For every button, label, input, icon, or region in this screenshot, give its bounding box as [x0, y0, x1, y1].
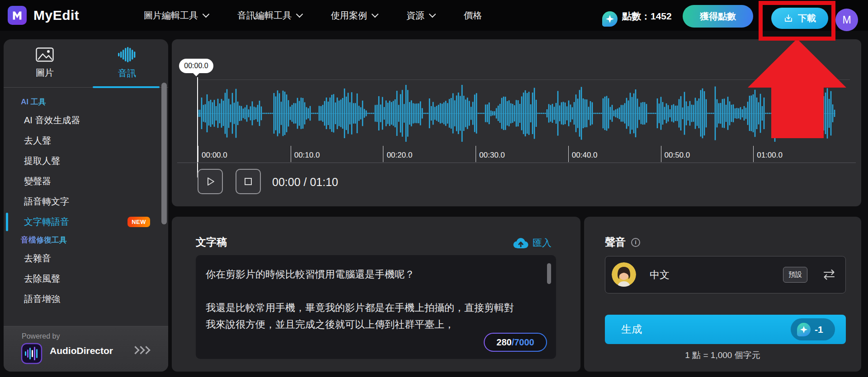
transcript-panel: 文字稿 匯入 你在剪影片的時候比較習慣用電腦還是手機呢？我還是比較常用手機，畢竟…	[172, 217, 580, 372]
sidebar-item-label: 去除風聲	[24, 273, 60, 285]
cost-value: -1	[815, 324, 823, 335]
download-button[interactable]: 下載	[771, 8, 828, 29]
timeline-tick: 00:20.0	[383, 146, 383, 162]
voice-selector[interactable]: 中文 預設	[605, 256, 846, 293]
timeline-tick: 00:40.0	[568, 146, 569, 162]
myedit-logo-icon[interactable]	[8, 6, 27, 25]
textarea-scrollbar[interactable]	[547, 263, 551, 284]
sidebar: 圖片 音訊 AI 工	[4, 39, 168, 372]
voice-avatar	[612, 262, 636, 287]
voice-panel: 聲音 i 中文 預設	[584, 217, 861, 372]
chevron-down-icon	[203, 10, 210, 18]
tab-audio[interactable]: 音訊	[86, 39, 168, 87]
red-arrow-annotation	[741, 35, 850, 141]
sidebar-item-變聲器[interactable]: 變聲器	[4, 171, 168, 191]
swap-voice-icon[interactable]	[822, 268, 836, 283]
tab-image-label: 圖片	[36, 67, 54, 79]
timeline-tick: 00:10.0	[291, 146, 291, 162]
powered-by-panel[interactable]: Powered by AudioDirector	[4, 326, 168, 372]
download-label: 下載	[798, 12, 816, 24]
transcript-text: 你在剪影片的時候比較習慣用電腦還是手機呢？我還是比較常用手機，畢竟我的影片都是在…	[206, 266, 531, 333]
time-display: 00:00 / 01:10	[272, 176, 338, 189]
sidebar-item-去雜音[interactable]: 去雜音	[4, 248, 168, 269]
sidebar-item-label: AI 音效生成器	[24, 114, 80, 126]
char-limit: /7000	[512, 337, 534, 348]
audiodirector-icon	[21, 343, 42, 366]
sidebar-item-文字轉語音[interactable]: 文字轉語音NEW	[4, 212, 168, 232]
nav-item-label: 價格	[464, 9, 482, 22]
top-navbar: MyEdit 圖片編輯工具音訊編輯工具使用案例資源價格 點數：1452 獲得點數…	[0, 0, 868, 31]
powered-by-label: Powered by	[22, 332, 60, 340]
stop-button[interactable]	[236, 169, 261, 194]
sidebar-section-header: 音檔修復工具	[4, 232, 67, 248]
main-nav: 圖片編輯工具音訊編輯工具使用案例資源價格	[144, 0, 482, 31]
tab-audio-label: 音訊	[118, 67, 136, 79]
play-icon	[204, 176, 216, 187]
sidebar-item-語音轉文字[interactable]: 語音轉文字	[4, 191, 168, 212]
active-tab-underline	[93, 86, 160, 88]
user-avatar[interactable]: M	[835, 9, 858, 31]
voice-title-row: 聲音 i	[605, 235, 640, 249]
points-coin-icon	[602, 11, 618, 27]
sidebar-scrollbar[interactable]	[161, 83, 167, 224]
sidebar-item-語音增強[interactable]: 語音增強	[4, 289, 168, 309]
sidebar-item-提取人聲[interactable]: 提取人聲	[4, 151, 168, 171]
audiodirector-label: AudioDirector	[50, 345, 113, 356]
nav-item-3[interactable]: 使用案例	[331, 9, 377, 22]
timeline-bottom-border	[177, 163, 856, 163]
pricing-note: 1 點 = 1,000 個字元	[584, 349, 861, 361]
brand-name: MyEdit	[33, 8, 79, 23]
sidebar-menu: AI 工具AI 音效生成器去人聲提取人聲變聲器語音轉文字文字轉語音NEW音檔修復…	[4, 88, 168, 309]
voice-language: 中文	[650, 256, 670, 293]
voice-title: 聲音	[605, 235, 626, 249]
sidebar-section-header: AI 工具	[4, 94, 46, 110]
timeline-tick: 00:00.0	[198, 146, 198, 162]
sidebar-item-label: 文字轉語音	[24, 216, 69, 228]
default-badge: 預設	[783, 267, 807, 283]
char-count: 280	[496, 337, 511, 348]
sidebar-item-label: 去雜音	[24, 252, 51, 265]
timeline-tick: 01:00.0	[753, 146, 754, 162]
audio-waveform-icon	[118, 47, 137, 62]
play-button[interactable]	[198, 169, 223, 194]
transcript-textarea[interactable]: 你在剪影片的時候比較習慣用電腦還是手機呢？我還是比較常用手機，畢竟我的影片都是在…	[196, 255, 556, 359]
info-icon[interactable]: i	[631, 238, 640, 247]
transcript-line: 我來說很方便，並且完成之後就可以上傳到社群平臺上，	[206, 316, 531, 333]
chevron-down-icon	[429, 10, 436, 18]
cost-badge: -1	[791, 318, 835, 340]
chevron-down-icon	[372, 10, 379, 18]
timeline-tick: 00:50.0	[661, 146, 661, 162]
triple-chevron-icon[interactable]	[133, 347, 149, 353]
sidebar-item-AI 音效生成器[interactable]: AI 音效生成器	[4, 110, 168, 130]
nav-item-1[interactable]: 圖片編輯工具	[144, 9, 208, 22]
cost-coin-icon	[797, 323, 811, 336]
logo-m-glyph	[10, 9, 24, 22]
transcript-line	[206, 283, 531, 299]
transcript-title: 文字稿	[196, 235, 227, 249]
nav-item-label: 資源	[406, 9, 425, 22]
sidebar-item-去除風聲[interactable]: 去除風聲	[4, 269, 168, 289]
nav-item-2[interactable]: 音訊編輯工具	[237, 9, 302, 22]
import-button[interactable]: 匯入	[512, 237, 552, 249]
nav-item-5[interactable]: 價格	[464, 9, 482, 22]
cloud-upload-icon	[512, 237, 528, 249]
new-badge: NEW	[127, 217, 150, 227]
tab-image[interactable]: 圖片	[4, 39, 86, 87]
nav-item-label: 使用案例	[331, 9, 367, 22]
stop-icon	[242, 176, 254, 187]
sidebar-item-去人聲[interactable]: 去人聲	[4, 130, 168, 151]
points-balance: 點數：1452	[622, 10, 672, 23]
sidebar-item-label: 提取人聲	[24, 155, 60, 167]
char-counter: 280/7000	[484, 333, 547, 352]
myedit-app: MyEdit 圖片編輯工具音訊編輯工具使用案例資源價格 點數：1452 獲得點數…	[0, 0, 868, 377]
get-points-button[interactable]: 獲得點數	[683, 5, 753, 28]
download-icon	[783, 14, 793, 23]
generate-button[interactable]: 生成 -1	[605, 315, 846, 344]
import-label: 匯入	[533, 237, 552, 249]
image-icon	[36, 47, 54, 62]
nav-item-label: 音訊編輯工具	[237, 9, 292, 22]
nav-item-4[interactable]: 資源	[406, 9, 435, 22]
sidebar-tabs: 圖片 音訊	[4, 39, 168, 88]
timeline-tick: 00:30.0	[476, 146, 476, 162]
sidebar-item-label: 變聲器	[24, 175, 51, 187]
